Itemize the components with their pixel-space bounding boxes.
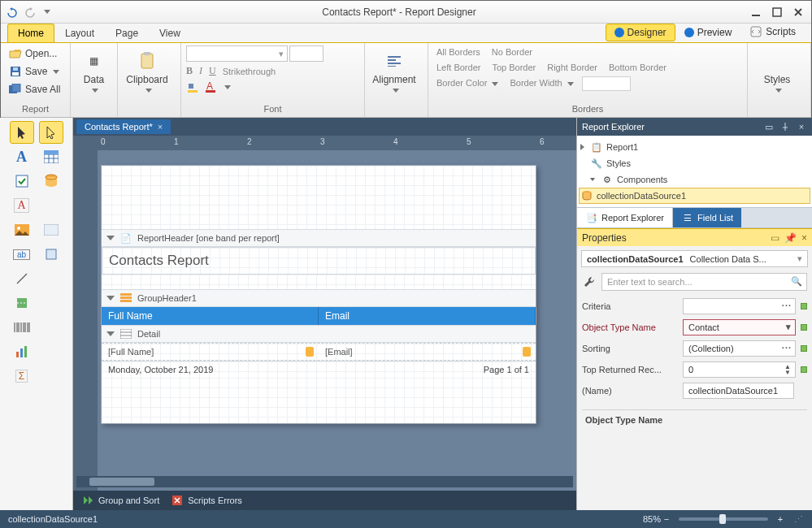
prop-top-returned[interactable]: Top Returned Rec...0▲▼: [582, 359, 807, 380]
prop-criteria[interactable]: Criteria···: [582, 296, 807, 317]
properties-search[interactable]: Enter text to search...🔍: [601, 273, 807, 291]
maximize-button[interactable]: [769, 6, 785, 19]
tool-panel[interactable]: [39, 219, 63, 241]
side-tab-fieldlist[interactable]: ☰Field List: [673, 208, 741, 227]
band-group-header[interactable]: GroupHeader1: [102, 289, 536, 307]
window-pos-icon[interactable]: ▭: [763, 121, 775, 132]
redo-icon[interactable]: [24, 6, 37, 19]
tool-chart[interactable]: [10, 340, 34, 363]
band-detail[interactable]: Detail: [102, 325, 536, 343]
strike-button[interactable]: Strikethrough: [223, 67, 276, 76]
collapse-icon[interactable]: [106, 236, 115, 240]
column-email[interactable]: Email: [319, 307, 536, 325]
design-surface[interactable]: 📄ReportHeader [one band per report] Cont…: [73, 150, 576, 491]
borders-all[interactable]: All Borders: [433, 45, 484, 58]
border-width-combo[interactable]: [582, 76, 631, 91]
object-selector[interactable]: collectionDataSource1 Collection Data S.…: [581, 250, 808, 267]
prop-object-type-name[interactable]: Object Type NameContact▾: [582, 317, 807, 338]
italic-button[interactable]: I: [199, 65, 202, 77]
report-paper[interactable]: 📄ReportHeader [one band per report] Cont…: [101, 165, 536, 424]
open-button[interactable]: Open...: [6, 45, 60, 62]
alignment-button[interactable]: Alignment: [370, 45, 419, 97]
column-fullname[interactable]: Full Name: [102, 307, 319, 325]
mode-designer[interactable]: Designer: [606, 24, 675, 41]
pin-icon[interactable]: [779, 121, 791, 132]
mode-preview[interactable]: Preview: [675, 24, 741, 41]
tool-table[interactable]: [39, 145, 63, 168]
zoom-slider[interactable]: [679, 517, 768, 521]
prop-name[interactable]: (Name)collectionDataSource1: [582, 380, 807, 401]
tool-checkbox[interactable]: [10, 170, 34, 193]
tool-pagebreak[interactable]: [10, 292, 34, 314]
save-all-button[interactable]: Save All: [6, 81, 63, 97]
tool-picture[interactable]: [10, 219, 34, 241]
data-button[interactable]: ▦Data: [76, 45, 112, 97]
zoom-in-button[interactable]: +: [775, 514, 786, 524]
tool-barcode[interactable]: [10, 316, 34, 339]
document-tab[interactable]: Contacts Report*×: [76, 119, 171, 134]
tab-home[interactable]: Home: [7, 24, 54, 42]
tree-components[interactable]: ⚙Components: [579, 171, 810, 188]
tool-sigma[interactable]: Σ: [10, 365, 34, 387]
tool-database[interactable]: [39, 170, 63, 193]
zoom-out-button[interactable]: −: [661, 514, 672, 524]
tree-collection-ds[interactable]: collectionDataSource1: [579, 188, 810, 204]
border-bottom[interactable]: Bottom Border: [606, 61, 670, 74]
border-color[interactable]: Border Color: [433, 76, 502, 91]
tab-layout[interactable]: Layout: [54, 24, 105, 42]
border-left[interactable]: Left Border: [433, 61, 484, 74]
save-button[interactable]: Save: [6, 63, 63, 80]
font-size-combo[interactable]: [289, 45, 323, 62]
report-title-field[interactable]: Contacts Report: [102, 248, 535, 274]
wrench-icon[interactable]: [582, 275, 597, 289]
tool-label[interactable]: A: [10, 145, 34, 168]
prop-sorting[interactable]: Sorting(Collection)···: [582, 338, 807, 359]
tree-styles[interactable]: 🔧Styles: [579, 155, 810, 171]
styles-button[interactable]: Styles: [753, 45, 801, 97]
close-panel-icon[interactable]: ×: [796, 121, 807, 132]
ellipsis-icon[interactable]: ···: [782, 301, 792, 310]
highlight-color-button[interactable]: [186, 80, 199, 93]
qat-dropdown-icon[interactable]: [44, 10, 50, 14]
tab-view[interactable]: View: [149, 24, 191, 42]
clipboard-button[interactable]: Clipboard: [123, 45, 172, 97]
close-button[interactable]: [790, 6, 806, 19]
close-panel-icon[interactable]: ×: [801, 232, 807, 244]
window-pos-icon[interactable]: ▭: [771, 232, 779, 244]
tool-pointer-alt[interactable]: [39, 121, 63, 144]
tab-script-errors[interactable]: Scripts Errors: [171, 494, 242, 507]
footer-date[interactable]: Monday, October 21, 2019: [108, 365, 484, 374]
font-family-combo[interactable]: ▾: [186, 45, 288, 62]
underline-button[interactable]: U: [209, 65, 216, 77]
tab-group-sort[interactable]: Group and Sort: [81, 494, 159, 507]
border-right[interactable]: Right Border: [544, 61, 601, 74]
tool-shape[interactable]: [39, 243, 63, 266]
resize-grip-icon[interactable]: ⋰: [792, 514, 804, 525]
spinner-icon[interactable]: ▲▼: [784, 364, 792, 375]
border-top[interactable]: Top Border: [489, 61, 539, 74]
borders-none[interactable]: No Border: [489, 45, 536, 58]
chevron-down-icon[interactable]: ▾: [786, 322, 792, 332]
field-fullname[interactable]: [Full Name]: [102, 344, 319, 360]
close-tab-icon[interactable]: ×: [158, 122, 163, 132]
tool-line[interactable]: [10, 267, 34, 290]
tab-page[interactable]: Page: [105, 24, 149, 42]
pin-icon[interactable]: 📌: [784, 232, 797, 244]
mode-scripts[interactable]: Scripts: [740, 22, 805, 41]
column-header-row[interactable]: Full Name Email: [102, 307, 536, 325]
footer-page[interactable]: Page 1 of 1: [484, 365, 529, 374]
tool-textbox[interactable]: ab: [10, 243, 34, 266]
ellipsis-icon[interactable]: ···: [782, 343, 792, 353]
tool-pointer[interactable]: [10, 121, 34, 144]
undo-icon[interactable]: [6, 6, 19, 19]
collapse-icon[interactable]: [106, 331, 115, 336]
bold-button[interactable]: B: [186, 65, 193, 77]
collapse-icon[interactable]: [106, 296, 115, 301]
tool-richtext[interactable]: A: [10, 194, 34, 217]
tree-report1[interactable]: 📋Report1: [579, 139, 810, 155]
field-email[interactable]: [Email]: [319, 344, 536, 360]
border-width[interactable]: Border Width: [506, 76, 576, 91]
minimize-button[interactable]: [748, 6, 764, 19]
zoom-thumb[interactable]: [719, 514, 726, 524]
report-explorer-tree[interactable]: 📋Report1 🔧Styles ⚙Components collectionD…: [577, 136, 812, 207]
